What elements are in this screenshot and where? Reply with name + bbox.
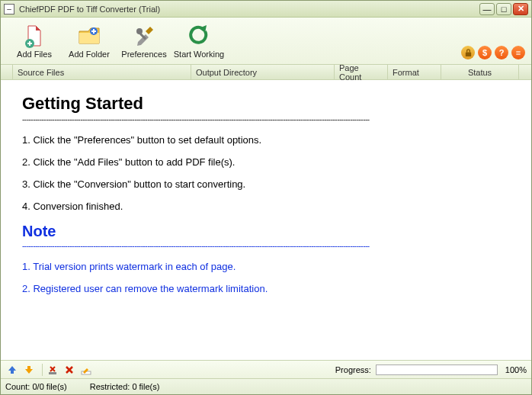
svg-rect-4 — [465, 52, 470, 56]
note-1: 1. Trial version prints watermark in eac… — [22, 261, 510, 272]
preferences-icon — [132, 24, 156, 48]
statusbar: Count: 0/0 file(s) Restricted: 0 file(s) — [1, 379, 531, 394]
window-title: ChiefPDF PDF to Tiff Converter (Trial) — [19, 5, 478, 14]
step-3: 3. Click the "Conversion" button to star… — [22, 178, 510, 190]
add-files-label: Add Files — [17, 50, 52, 59]
move-up-button[interactable] — [5, 363, 19, 377]
step-2: 2. Click the "Add Files" button to add P… — [22, 156, 510, 168]
col-status[interactable]: Status — [441, 65, 519, 79]
preferences-label: Preferences — [121, 50, 166, 59]
progress-label: Progress: — [335, 365, 371, 374]
add-files-icon — [22, 24, 46, 48]
bottom-toolbar: Progress: 100% — [1, 361, 531, 379]
divider-line: ----------------------------------------… — [22, 115, 510, 124]
status-restricted: Restricted: 0 file(s) — [90, 382, 160, 391]
app-window: – ChiefPDF PDF to Tiff Converter (Trial)… — [0, 0, 532, 395]
add-folder-label: Add Folder — [69, 50, 110, 59]
toolbar-right-icons: $ ? ≡ — [461, 46, 525, 59]
col-format[interactable]: Format — [388, 65, 441, 79]
lock-icon[interactable] — [461, 46, 475, 59]
column-headers: Source Files Output Directory Page Count… — [1, 65, 531, 80]
titlebar: – ChiefPDF PDF to Tiff Converter (Trial)… — [1, 1, 531, 18]
col-output-directory[interactable]: Output Directory — [191, 65, 335, 79]
start-working-button[interactable]: Start Working — [171, 20, 226, 63]
start-working-icon — [187, 24, 211, 48]
toolbar: Add Files Add Folder Preferences Start W… — [1, 18, 531, 65]
edit-button[interactable] — [79, 363, 93, 377]
about-icon[interactable]: ≡ — [511, 46, 525, 59]
note-heading: Note — [22, 223, 510, 240]
add-folder-button[interactable]: Add Folder — [62, 20, 117, 63]
svg-rect-5 — [49, 372, 56, 374]
remove-button[interactable] — [46, 363, 59, 377]
buy-icon[interactable]: $ — [478, 46, 492, 59]
note-divider-line: ----------------------------------------… — [22, 242, 510, 250]
col-page-count[interactable]: Page Count — [335, 65, 388, 79]
close-button[interactable]: ✕ — [513, 3, 528, 15]
minimize-button[interactable]: — — [479, 3, 495, 15]
content-area: Getting Started ------------------------… — [1, 80, 531, 361]
status-count: Count: 0/0 file(s) — [5, 382, 67, 391]
progress-percent: 100% — [505, 365, 527, 374]
col-end — [519, 65, 531, 79]
step-1: 1. Click the "Preferences" button to set… — [22, 134, 510, 146]
getting-started-heading: Getting Started — [22, 94, 510, 114]
col-source-files[interactable]: Source Files — [13, 65, 191, 79]
add-files-button[interactable]: Add Files — [7, 20, 62, 63]
move-down-button[interactable] — [22, 363, 36, 377]
col-selector[interactable] — [1, 65, 13, 79]
note-2: 2. Registered user can remove the waterm… — [22, 283, 510, 294]
separator — [42, 364, 43, 376]
clear-button[interactable] — [62, 363, 76, 377]
start-working-label: Start Working — [174, 50, 224, 59]
progress-bar — [376, 364, 498, 375]
help-icon[interactable]: ? — [495, 46, 508, 59]
maximize-button[interactable]: □ — [496, 3, 511, 15]
system-menu-icon[interactable]: – — [4, 4, 14, 14]
add-folder-icon — [77, 24, 101, 48]
step-4: 4. Conversion finished. — [22, 201, 510, 212]
svg-point-2 — [136, 28, 143, 34]
preferences-button[interactable]: Preferences — [117, 20, 171, 63]
